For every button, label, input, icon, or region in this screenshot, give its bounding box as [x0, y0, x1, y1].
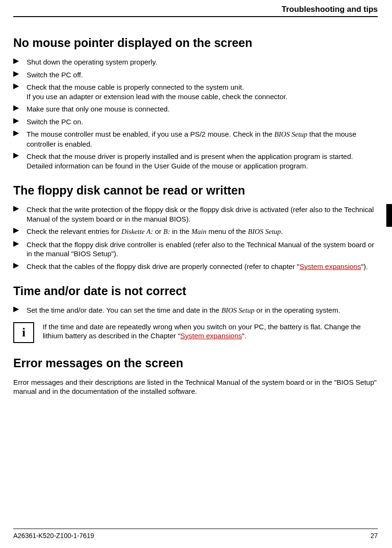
list-item: Check that the floppy disk drive control… [13, 240, 378, 259]
bullet-arrow-icon [13, 83, 27, 89]
text-italic: B: [164, 228, 170, 235]
list-item: The mouse controller must be enabled, if… [13, 130, 378, 149]
page-footer: A26361-K520-Z100-1-7619 27 [13, 529, 378, 539]
page-header: Troubleshooting and tips [13, 5, 378, 17]
step-text: Check that the mouse cable is properly c… [27, 83, 378, 101]
body-text: Error messages and their descriptions ar… [13, 378, 378, 396]
step-text: Shut down the operating system properly. [27, 57, 378, 67]
step-text: The mouse controller must be enabled, if… [27, 130, 378, 149]
bullet-arrow-icon [13, 130, 27, 136]
list-item: Shut down the operating system properly. [13, 57, 378, 67]
bullet-arrow-icon [13, 227, 27, 233]
bullet-arrow-icon [13, 152, 27, 158]
steps-no-mouse: Shut down the operating system properly.… [13, 57, 378, 170]
steps-time-date: Set the time and/or date. You can set th… [13, 306, 378, 316]
steps-floppy: Check that the write protection of the f… [13, 205, 378, 271]
step-text: Make sure that only one mouse is connect… [27, 104, 378, 114]
text-part: ". [242, 332, 247, 340]
link-system-expansions[interactable]: System expansions [180, 332, 242, 340]
text-part: in the [170, 227, 191, 235]
text-part: menu of the [206, 227, 248, 235]
bullet-arrow-icon [13, 57, 27, 64]
text-part: Set the time and/or date. You can set th… [27, 306, 221, 314]
text-part: or in the operating system. [255, 306, 340, 314]
step-text: Switch the PC on. [27, 117, 378, 127]
svg-marker-2 [13, 84, 19, 89]
svg-marker-5 [13, 130, 19, 136]
text-italic: BIOS Setup [274, 130, 308, 138]
text-part: Check that the cables of the floppy disk… [27, 262, 300, 270]
step-text: Switch the PC off. [27, 70, 378, 80]
svg-marker-8 [13, 228, 19, 233]
list-item: Check that the mouse driver is properly … [13, 152, 378, 170]
svg-marker-10 [13, 263, 19, 269]
info-box: i If the time and date are repeatedly wr… [13, 322, 378, 343]
text-part: The mouse controller must be enabled, if… [27, 130, 274, 138]
text-part: or [153, 227, 164, 235]
list-item: Check that the mouse cable is properly c… [13, 83, 378, 101]
step-text: Check that the write protection of the f… [27, 205, 378, 223]
list-item: Check that the cables of the floppy disk… [13, 262, 378, 271]
footer-page-number: 27 [370, 532, 378, 539]
text-line: If you use an adapter or extension lead … [27, 93, 287, 101]
list-item: Switch the PC off. [13, 70, 378, 80]
step-text: Check that the floppy disk drive control… [27, 240, 378, 259]
svg-marker-3 [13, 105, 19, 111]
info-icon: i [13, 322, 34, 343]
text-part: "). [361, 262, 368, 270]
page: Troubleshooting and tips No mouse pointe… [0, 0, 392, 548]
svg-marker-11 [13, 307, 19, 312]
text-part: . [281, 227, 283, 235]
step-text: Check that the mouse driver is properly … [27, 152, 378, 170]
header-title: Troubleshooting and tips [282, 5, 378, 14]
bullet-arrow-icon [13, 306, 27, 312]
text-italic: Main [191, 228, 207, 235]
info-text: If the time and date are repeatedly wron… [43, 322, 378, 341]
heading-error-messages: Error messages on the screen [13, 356, 378, 370]
bullet-arrow-icon [13, 117, 27, 124]
svg-marker-6 [13, 153, 19, 158]
bullet-arrow-icon [13, 262, 27, 269]
text-italic: Diskette A: [121, 228, 153, 235]
svg-marker-1 [13, 71, 19, 77]
text-part: Check the relevant entries for [27, 227, 121, 235]
bullet-arrow-icon [13, 205, 27, 212]
svg-marker-0 [13, 58, 19, 64]
list-item: Make sure that only one mouse is connect… [13, 104, 378, 114]
step-text: Set the time and/or date. You can set th… [27, 306, 378, 316]
step-text: Check that the cables of the floppy disk… [27, 262, 378, 271]
link-system-expansions[interactable]: System expansions [300, 262, 361, 270]
heading-no-mouse: No mouse pointer displayed on the screen [13, 36, 378, 50]
text-italic: BIOS Setup [221, 307, 255, 314]
heading-floppy: The floppy disk cannot be read or writte… [13, 184, 378, 197]
step-text: Check the relevant entries for Diskette … [27, 227, 378, 237]
bullet-arrow-icon [13, 240, 27, 247]
svg-marker-4 [13, 118, 19, 124]
list-item: Check that the write protection of the f… [13, 205, 378, 223]
bullet-arrow-icon [13, 104, 27, 111]
svg-marker-7 [13, 206, 19, 212]
list-item: Set the time and/or date. You can set th… [13, 306, 378, 316]
text-italic: BIOS Setup [248, 228, 281, 235]
bullet-arrow-icon [13, 70, 27, 77]
svg-marker-9 [13, 241, 19, 247]
footer-doc-id: A26361-K520-Z100-1-7619 [13, 532, 94, 539]
heading-time-date: Time and/or date is not correct [13, 284, 378, 298]
list-item: Switch the PC on. [13, 117, 378, 127]
thumb-index-tab [386, 204, 392, 227]
list-item: Check the relevant entries for Diskette … [13, 227, 378, 237]
text-line: Check that the mouse cable is properly c… [27, 83, 244, 91]
